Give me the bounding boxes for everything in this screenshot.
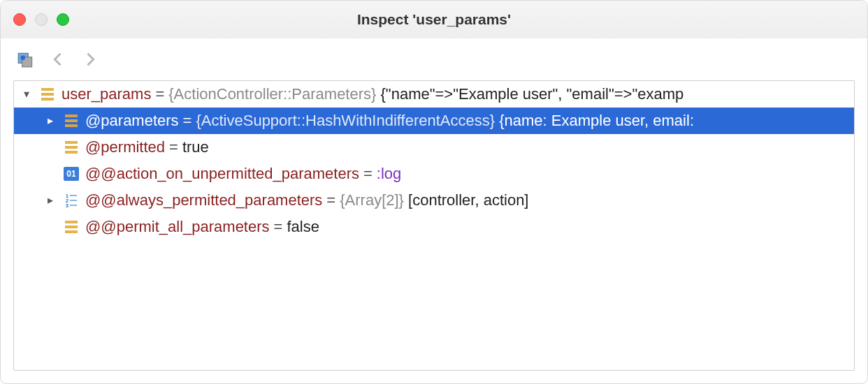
tree-row-permit-all[interactable]: @@permit_all_parameters = false xyxy=(14,214,854,240)
history-back-button[interactable] xyxy=(48,50,68,69)
hash-icon xyxy=(63,219,80,235)
minimize-window-button[interactable] xyxy=(35,13,48,26)
inspector-window: Inspect 'user_params' ▾ user_params = {A… xyxy=(0,0,868,384)
chevron-down-icon[interactable]: ▾ xyxy=(20,81,34,108)
var-name: user_params xyxy=(62,81,151,108)
hash-icon xyxy=(63,140,80,155)
var-value: false xyxy=(287,214,319,240)
history-forward-button[interactable] xyxy=(80,50,100,69)
var-type: {ActiveSupport::HashWithIndifferentAcces… xyxy=(196,108,495,134)
var-symbol: :log xyxy=(377,161,401,187)
var-type: {ActionController::Parameters} xyxy=(168,81,376,108)
var-type: {Array[2]} xyxy=(340,187,404,214)
var-name: @@permit_all_parameters xyxy=(85,214,270,240)
var-name: @permitted xyxy=(85,134,165,161)
variables-tree[interactable]: ▾ user_params = {ActionController::Param… xyxy=(13,80,855,371)
var-name: @@action_on_unpermitted_parameters xyxy=(85,161,359,187)
tree-row-permitted[interactable]: @permitted = true xyxy=(14,134,854,161)
tree-row-root[interactable]: ▾ user_params = {ActionController::Param… xyxy=(14,81,854,108)
chevron-right-icon[interactable]: ▸ xyxy=(43,108,57,134)
hash-icon xyxy=(63,113,80,128)
var-preview: {name: Example user, email: xyxy=(495,108,694,134)
var-name: @parameters xyxy=(85,108,179,134)
titlebar[interactable]: Inspect 'user_params' xyxy=(1,1,867,38)
maximize-window-button[interactable] xyxy=(57,13,69,26)
chevron-right-icon[interactable]: ▸ xyxy=(43,187,57,214)
var-name: @@always_permitted_parameters xyxy=(85,187,322,214)
var-preview: {"name"=>"Example user", "email"=>"examp xyxy=(376,81,683,108)
tree-row-action-on-unpermitted[interactable]: 01 @@action_on_unpermitted_parameters = … xyxy=(14,161,854,187)
var-preview: [controller, action] xyxy=(404,187,529,214)
stack-frame-button[interactable] xyxy=(16,50,36,69)
close-window-button[interactable] xyxy=(13,13,26,26)
var-value: true xyxy=(182,134,209,161)
tree-row-always-permitted[interactable]: ▸ 1 2 3 @@always_permitted_parameters = … xyxy=(14,187,854,214)
window-title: Inspect 'user_params' xyxy=(1,11,867,28)
inspector-toolbar xyxy=(1,38,867,80)
hash-icon xyxy=(39,87,56,102)
tree-row-parameters[interactable]: ▸ @parameters = {ActiveSupport::HashWith… xyxy=(14,108,854,134)
svg-point-2 xyxy=(20,56,25,61)
int-icon: 01 xyxy=(63,166,80,182)
traffic-lights xyxy=(13,13,69,26)
array-icon: 1 2 3 xyxy=(63,193,80,208)
